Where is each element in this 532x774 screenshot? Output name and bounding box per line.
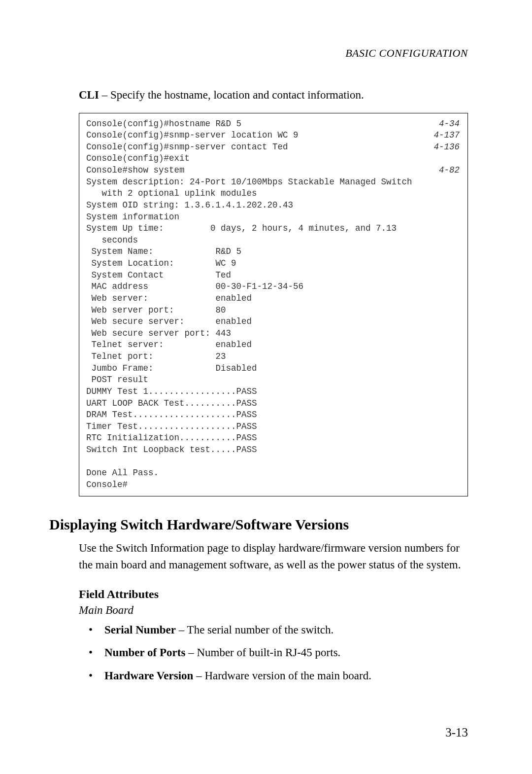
- cli-ref: 4-34: [439, 118, 461, 130]
- attr-term: Number of Ports: [104, 646, 185, 659]
- cli-cmd: Console#show system: [86, 165, 185, 176]
- cli-line: Console(config)#hostname R&D 54-34: [86, 118, 461, 130]
- attr-desc: – Hardware version of the main board.: [193, 669, 371, 682]
- cli-cmd: Console(config)#snmp-server location WC …: [86, 130, 299, 141]
- cli-intro-rest: – Specify the hostname, location and con…: [99, 89, 364, 101]
- attr-term: Serial Number: [104, 624, 176, 636]
- cli-line: Console#show system4-82: [86, 165, 461, 176]
- section-heading: Displaying Switch Hardware/Software Vers…: [49, 516, 468, 533]
- cli-output-box: Console(config)#hostname R&D 54-34Consol…: [79, 113, 468, 496]
- cli-ref: 4-137: [433, 130, 461, 141]
- cli-line: Console(config)#exit: [86, 153, 461, 165]
- cli-cmd: Console(config)#hostname R&D 5: [86, 118, 241, 130]
- running-head-text: BASIC CONFIGURATION: [345, 47, 468, 59]
- attr-desc: – Number of built-in RJ-45 ports.: [185, 646, 340, 659]
- cli-ref: 4-82: [439, 165, 461, 176]
- list-item: Serial Number – The serial number of the…: [104, 622, 468, 639]
- cli-line: Console(config)#snmp-server contact Ted4…: [86, 141, 461, 153]
- attr-desc: – The serial number of the switch.: [176, 624, 333, 636]
- page-number: 3-13: [445, 726, 468, 739]
- attribute-list: Serial Number – The serial number of the…: [79, 622, 468, 685]
- cli-ref: 4-136: [433, 141, 461, 153]
- attr-term: Hardware Version: [104, 669, 193, 682]
- page-container: BASIC CONFIGURATION CLI – Specify the ho…: [0, 0, 532, 774]
- list-item: Hardware Version – Hardware version of t…: [104, 668, 468, 685]
- cli-line: Console(config)#snmp-server location WC …: [86, 130, 461, 141]
- cli-cmd: Console(config)#snmp-server contact Ted: [86, 141, 288, 153]
- subsection-heading: Field Attributes: [79, 588, 468, 601]
- list-item: Number of Ports – Number of built-in RJ-…: [104, 644, 468, 662]
- cli-intro-paragraph: CLI – Specify the hostname, location and…: [79, 87, 468, 104]
- cli-body: System description: 24-Port 10/100Mbps S…: [86, 176, 461, 491]
- cli-intro-bold: CLI: [79, 89, 99, 101]
- subhead-italic: Main Board: [79, 604, 468, 617]
- running-head: BASIC CONFIGURATION: [49, 47, 468, 60]
- body-paragraph: Use the Switch Information page to displ…: [79, 540, 468, 574]
